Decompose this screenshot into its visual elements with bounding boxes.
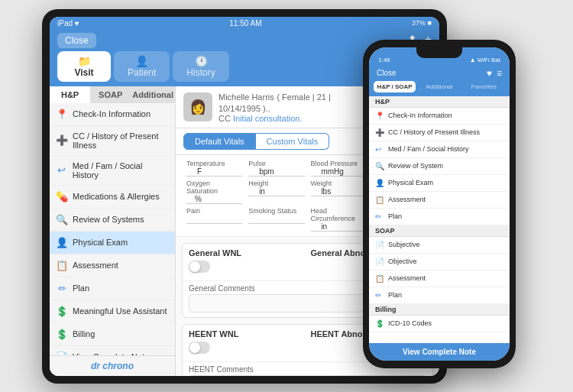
- vitals-tab-default[interactable]: Default Vitals: [183, 133, 256, 150]
- sidebar-tab-additional[interactable]: Additional: [131, 86, 175, 103]
- phone-toolbar-icons: ♥ ≡: [487, 68, 502, 79]
- phone-subjective-icon: 📄: [375, 241, 384, 249]
- phone-section-hp: H&P: [369, 96, 510, 108]
- phone-notch: [416, 47, 462, 58]
- exam-col-general-wml: General WNL: [189, 248, 305, 276]
- patient-avatar: 👩: [183, 92, 212, 121]
- general-wml-toggle[interactable]: [189, 261, 210, 273]
- statusbar-left: iPad ♥: [57, 19, 79, 28]
- phone-menu-icon[interactable]: ≡: [497, 68, 502, 79]
- phone-item-physical[interactable]: 👤 Physical Exam: [369, 175, 510, 192]
- sidebar-item-medfam[interactable]: ↩ Med / Fam / Social History: [50, 156, 175, 186]
- close-button[interactable]: Close: [57, 33, 96, 48]
- visit-icon: 📁: [71, 55, 97, 67]
- medications-icon: 💊: [56, 191, 68, 202]
- general-wml-title: General WNL: [189, 248, 305, 258]
- phone-item-objective[interactable]: 📄 Objective: [369, 254, 510, 271]
- phone-icd10-icon: 💲: [375, 319, 384, 328]
- vitals-pain: Pain: [183, 206, 245, 233]
- phone-assessment2-icon: 📋: [375, 274, 384, 283]
- tab-history[interactable]: 🕐 History: [173, 51, 228, 82]
- heent-wml-title: HEENT WNL: [189, 329, 305, 339]
- vitals-smoking: Smoking Status: [245, 206, 307, 233]
- heent-wml-toggle-row: [189, 342, 305, 354]
- phone-item-plan2[interactable]: ✏ Plan: [369, 287, 510, 304]
- phone-cc-icon: ➕: [375, 128, 384, 137]
- phone-checkin-icon: 📍: [375, 112, 384, 120]
- sidebar-tab-hp[interactable]: H&P: [50, 86, 90, 103]
- phone-tab-additional[interactable]: Additional: [418, 81, 460, 92]
- phone-device: 1:48 ▲ WiFi Bat Close ♥ ≡ H&P / SOAP Add…: [363, 40, 516, 368]
- phone-item-review[interactable]: 🔍 Review of System: [369, 158, 510, 175]
- vitals-height: Height in: [245, 178, 307, 206]
- heent-wml-toggle[interactable]: [189, 342, 210, 354]
- general-wml-toggle-row: [189, 261, 305, 273]
- vitals-tab-custom[interactable]: Custom Vitals: [256, 133, 330, 150]
- phone-review-icon: 🔍: [375, 162, 384, 170]
- exam-col-heent-wml: HEENT WNL: [189, 329, 305, 357]
- tab-patient[interactable]: 👤 Patient: [114, 51, 170, 82]
- phone-screen: 1:48 ▲ WiFi Bat Close ♥ ≡ H&P / SOAP Add…: [369, 47, 510, 361]
- phone-item-icd10[interactable]: 💲 ICD-10 Codes: [369, 316, 510, 332]
- sidebar-item-assessment[interactable]: 📋 Assessment: [50, 254, 175, 277]
- history-icon: 🕐: [186, 55, 215, 67]
- phone-view-complete-note-button[interactable]: View Complete Note: [369, 343, 510, 361]
- vitals-pulse: Pulse bpm: [245, 158, 307, 178]
- phone-nav-tabs: H&P / SOAP Additional Favorites: [369, 81, 510, 96]
- sidebar-items: 📍 Check-In Information ➕ CC / History of…: [50, 103, 175, 355]
- phone-item-plan[interactable]: ✏ Plan: [369, 209, 510, 225]
- phone-item-assessment2[interactable]: 📋 Assessment: [369, 271, 510, 287]
- review-icon: 🔍: [56, 214, 68, 225]
- phone-assessment-icon: 📋: [375, 196, 384, 204]
- tablet-statusbar: iPad ♥ 11:50 AM 37% ■: [50, 17, 439, 30]
- assessment-icon: 📋: [56, 260, 68, 271]
- sidebar-item-billing[interactable]: 💲 Billing: [50, 323, 175, 346]
- phone-tab-favorites[interactable]: Favorites: [463, 81, 505, 92]
- phone-item-subjective[interactable]: 📄 Subjective: [369, 237, 510, 254]
- phone-heart-icon: ♥: [487, 68, 492, 79]
- meaningful-use-icon: 💲: [56, 306, 68, 317]
- vitals-head-circ: Head Circumference in: [308, 206, 370, 233]
- phone-close-button[interactable]: Close: [377, 69, 397, 77]
- sidebar-item-medications[interactable]: 💊 Medications & Allergies: [50, 186, 175, 209]
- phone-item-assessment[interactable]: 📋 Assessment: [369, 192, 510, 209]
- vitals-weight: Weight lbs: [308, 178, 370, 206]
- phone-content: H&P 📍 Check-In Information ➕ CC / Histor…: [369, 96, 510, 361]
- phone-physical-icon: 👤: [375, 179, 384, 187]
- phone-medfam-icon: ↩: [375, 145, 384, 154]
- devices-wrapper: iPad ♥ 11:50 AM 37% ■ Close ⬆ + 📁 Visit: [42, 9, 531, 384]
- sidebar-item-meaningful-use[interactable]: 💲 Meaningful Use Assistant: [50, 300, 175, 323]
- patient-info: Michelle Harris ( Female | 21 | 10/14/19…: [219, 91, 368, 123]
- checkin-icon: 📍: [56, 109, 68, 120]
- phone-item-medfam[interactable]: ↩ Med / Fam / Social History: [369, 141, 510, 158]
- phone-section-soap: SOAP: [369, 225, 510, 237]
- sidebar-item-view-note[interactable]: 📄 View Complete Note: [50, 346, 175, 355]
- tab-visit[interactable]: 📁 Visit: [57, 51, 111, 82]
- plan-icon: ✏: [56, 283, 68, 294]
- statusbar-right: 37% ■: [412, 19, 432, 27]
- medfam-icon: ↩: [56, 164, 68, 176]
- sidebar: H&P SOAP Additional 📍 Check-In Informati…: [50, 86, 176, 376]
- billing-icon: 💲: [56, 329, 68, 340]
- sidebar-item-physical-exam[interactable]: 👤 Physical Exam: [50, 232, 175, 254]
- phone-time: 1:48: [378, 57, 390, 63]
- statusbar-time: 11:50 AM: [229, 19, 261, 28]
- phone-item-checkin[interactable]: 📍 Check-In Information: [369, 108, 510, 125]
- heent-comments-input[interactable]: [189, 375, 426, 376]
- patient-icon: 👤: [128, 55, 156, 67]
- phone-section-billing: Billing: [369, 304, 510, 316]
- phone-tab-hp-soap[interactable]: H&P / SOAP: [374, 81, 416, 92]
- phone-battery: ▲ WiFi Bat: [470, 57, 500, 63]
- physical-exam-icon: 👤: [56, 237, 68, 248]
- sidebar-item-review[interactable]: 🔍 Review of Systems: [50, 209, 175, 232]
- sidebar-item-plan[interactable]: ✏ Plan: [50, 277, 175, 300]
- sidebar-item-cc[interactable]: ➕ CC / History of Present Illness: [50, 126, 175, 156]
- phone-objective-icon: 📄: [375, 258, 384, 266]
- phone-item-cc[interactable]: ➕ CC / History of Present Illness: [369, 125, 510, 141]
- sidebar-tabs: H&P SOAP Additional: [50, 86, 175, 103]
- sidebar-tab-soap[interactable]: SOAP: [90, 86, 131, 103]
- phone-toolbar: Close ♥ ≡: [369, 66, 510, 81]
- patient-cc: CC Initial consultation.: [219, 114, 368, 123]
- drchrono-logo: dr chrono: [50, 355, 175, 376]
- sidebar-item-checkin[interactable]: 📍 Check-In Information: [50, 103, 175, 126]
